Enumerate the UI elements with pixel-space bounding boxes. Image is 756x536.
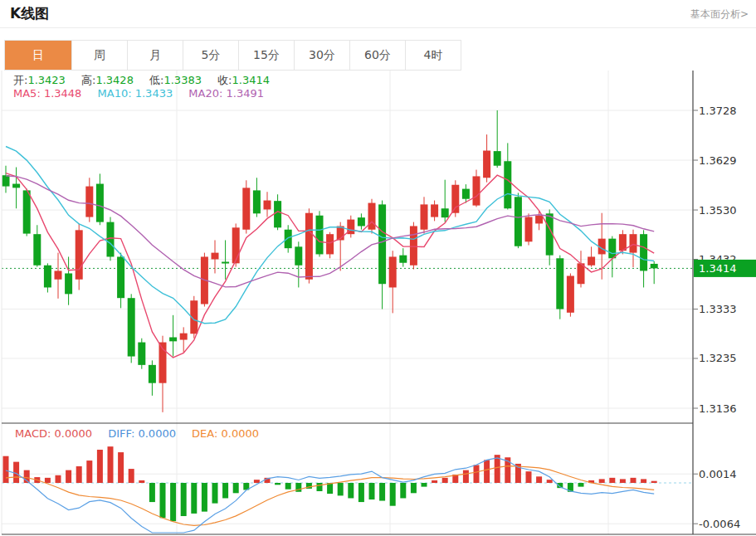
macd-bar — [609, 478, 615, 483]
candle-body — [76, 230, 83, 279]
macd-bar — [348, 483, 354, 498]
macd-bar — [400, 483, 406, 498]
macd-bar — [442, 478, 448, 483]
macd-bar — [118, 452, 124, 483]
macd-bar — [484, 460, 490, 483]
diff-line — [6, 458, 654, 533]
candlestick-series — [2, 110, 658, 412]
macd-bar — [317, 483, 323, 491]
candle-body — [44, 266, 51, 288]
macd-bar — [390, 483, 396, 506]
macd-bar — [254, 480, 260, 483]
candle-body — [504, 161, 511, 208]
open-value: 1.3423 — [27, 74, 66, 86]
candle-body — [494, 151, 501, 166]
dea-pair: DEA: 0.0000 — [192, 427, 259, 440]
price-tick-label: 1.3235 — [699, 352, 737, 364]
macd-bar — [631, 478, 637, 483]
high-label: 高: — [81, 74, 95, 86]
macd-bar — [191, 483, 197, 514]
macd-bar — [432, 480, 437, 483]
high-value: 1.3428 — [95, 74, 134, 86]
macd-bar — [578, 483, 584, 487]
macd-bar — [170, 483, 176, 521]
candle-body — [630, 234, 637, 252]
tab-周[interactable]: 周 — [71, 41, 127, 70]
macd-bar — [149, 483, 155, 502]
macd-bar — [3, 456, 9, 483]
candle-body — [588, 256, 595, 265]
page-title: K线图 — [10, 4, 49, 23]
dea-line — [6, 466, 654, 526]
ma10-pair: MA10: 1.3433 — [98, 87, 173, 100]
tab-日[interactable]: 日 — [5, 41, 71, 70]
low-pair: 低:1.3383 — [149, 74, 202, 86]
macd-bar — [358, 483, 364, 502]
candle-body — [640, 234, 647, 270]
dea-label: DEA: — [192, 427, 217, 440]
macd-bar — [369, 483, 375, 499]
candle-body — [295, 246, 302, 265]
tab-4时[interactable]: 4时 — [405, 41, 461, 70]
candle-body — [232, 227, 240, 263]
candle-body — [55, 270, 62, 279]
close-label: 收: — [217, 74, 232, 86]
header: K线图 基本面分析> — [0, 0, 756, 28]
candle-body — [462, 189, 470, 199]
macd-bar — [285, 483, 291, 490]
macd-bar — [599, 479, 605, 483]
candle-body — [441, 208, 449, 217]
macd-bar — [651, 481, 657, 483]
macd-bar — [338, 483, 344, 495]
candle-body — [368, 203, 376, 230]
macd-bar — [86, 460, 92, 483]
candle-body — [65, 273, 72, 294]
candle-body — [358, 217, 365, 226]
price-tick-label: 1.3333 — [699, 303, 737, 315]
price-tick-label: 1.3136 — [699, 402, 737, 415]
macd-bar — [212, 483, 218, 504]
tab-60分[interactable]: 60分 — [349, 41, 405, 70]
tab-15分[interactable]: 15分 — [238, 41, 294, 70]
high-pair: 高:1.3428 — [81, 74, 134, 86]
ma20-label: MA20: — [188, 87, 222, 100]
candle-body — [12, 184, 20, 188]
macd-bar — [275, 483, 280, 485]
candle-body — [473, 176, 480, 205]
gridlines — [2, 71, 693, 534]
macd-bar — [641, 479, 646, 483]
tab-月[interactable]: 月 — [127, 41, 183, 70]
macd-bar — [129, 469, 134, 483]
macd-bar — [233, 483, 239, 493]
candle-body — [23, 190, 31, 233]
macd-bar — [327, 483, 333, 494]
fundamental-analysis-link[interactable]: 基本面分析> — [690, 7, 749, 22]
chart-frame — [2, 71, 756, 534]
candle-body — [651, 264, 658, 268]
macd-value: 0.0000 — [55, 427, 93, 440]
candle-body — [556, 258, 563, 309]
candle-body — [149, 365, 156, 383]
macd-bar — [181, 483, 187, 516]
candle-body — [525, 217, 533, 242]
low-label: 低: — [149, 74, 163, 86]
candle-body — [117, 256, 124, 298]
macd-bar — [66, 470, 71, 483]
ma20-value: 1.3491 — [227, 87, 265, 100]
tab-5分[interactable]: 5分 — [183, 41, 238, 70]
candle-body — [515, 197, 522, 246]
macd-legend: MACD: 0.0000 DIFF: 0.0000 DEA: 0.0000 — [15, 427, 271, 440]
candle-body — [567, 276, 574, 313]
macd-bar — [222, 483, 228, 498]
macd-bar — [379, 483, 385, 501]
macd-bar — [160, 483, 166, 518]
tab-30分[interactable]: 30分 — [294, 41, 349, 70]
candle-body — [96, 184, 104, 222]
diff-pair: DIFF: 0.0000 — [108, 427, 176, 440]
macd-bar — [97, 450, 103, 483]
ma10-label: MA10: — [98, 87, 132, 100]
price-tick-label: 1.3530 — [699, 204, 737, 217]
candle-body — [608, 239, 616, 259]
candle-body — [451, 185, 459, 213]
price-tick-label: 1.3728 — [699, 105, 737, 117]
